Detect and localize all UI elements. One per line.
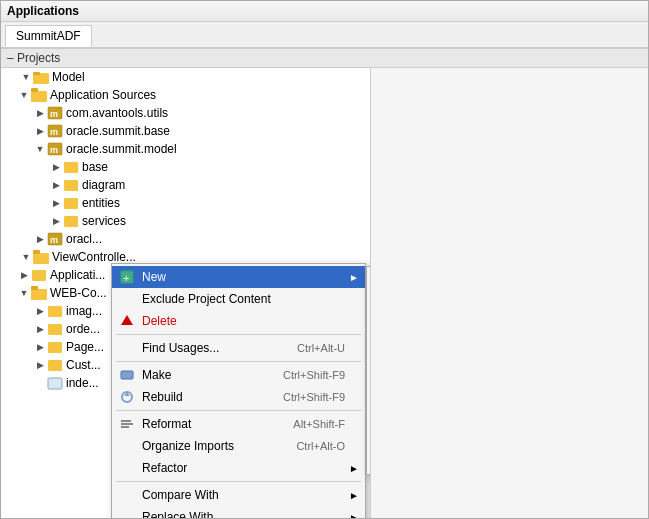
menu-item-replace[interactable]: Replace With ► bbox=[112, 506, 365, 518]
refactor-icon bbox=[118, 460, 136, 476]
svg-rect-51 bbox=[121, 420, 131, 422]
toggle-pages[interactable]: ▶ bbox=[33, 340, 47, 354]
find-icon bbox=[118, 340, 136, 356]
projects-label: – Projects bbox=[7, 51, 60, 65]
menu-item-compare[interactable]: Compare With ► bbox=[112, 484, 365, 506]
tree-item-model[interactable]: ▼ Model bbox=[1, 68, 370, 86]
make-label: Make bbox=[142, 368, 263, 382]
diagram-label: diagram bbox=[82, 178, 125, 192]
menu-item-exclude[interactable]: Exclude Project Content bbox=[112, 288, 365, 310]
toggle-model[interactable]: ▼ bbox=[19, 70, 33, 84]
svg-text:m: m bbox=[50, 109, 58, 119]
diagram-icon bbox=[63, 178, 79, 192]
exclude-label: Exclude Project Content bbox=[142, 292, 345, 306]
compare-label: Compare With bbox=[142, 488, 345, 502]
app-label: Applicati... bbox=[50, 268, 105, 282]
svg-rect-14 bbox=[64, 216, 78, 227]
toggle-custom[interactable]: ▶ bbox=[33, 358, 47, 372]
toggle-view-controller[interactable]: ▼ bbox=[19, 250, 33, 264]
tab-label: SummitADF bbox=[16, 29, 81, 43]
replace-label: Replace With bbox=[142, 510, 345, 518]
menu-item-reformat[interactable]: Reformat Alt+Shift-F bbox=[112, 413, 365, 435]
toggle-order[interactable]: ▶ bbox=[33, 322, 47, 336]
compare-icon bbox=[118, 487, 136, 503]
submenu-sqlj[interactable]: SQL SQLJ Class... bbox=[367, 379, 371, 401]
rebuild-shortcut: Ctrl+Shift-F9 bbox=[283, 391, 345, 403]
toggle-entities[interactable]: ▶ bbox=[49, 196, 63, 210]
compare-submenu-arrow: ► bbox=[349, 490, 359, 501]
rebuild-label: Rebuild bbox=[142, 390, 263, 404]
tree-item-oracle-summit-model[interactable]: ▼ m oracle.summit.model bbox=[1, 140, 370, 158]
toggle-images[interactable]: ▶ bbox=[33, 304, 47, 318]
submenu-gallery[interactable]: G From Gallery... Ctrl-N bbox=[367, 450, 371, 472]
separator-4 bbox=[116, 481, 361, 482]
toggle-oracle-truncated[interactable]: ▶ bbox=[33, 232, 47, 246]
submenu-association[interactable]: A Association... bbox=[367, 291, 371, 313]
submenu-app-module[interactable]: AM Application Module... bbox=[367, 269, 371, 291]
svg-rect-24 bbox=[48, 342, 62, 353]
svg-rect-23 bbox=[48, 324, 62, 335]
svg-marker-47 bbox=[121, 315, 133, 325]
tree-item-diagram[interactable]: ▶ diagram bbox=[1, 176, 370, 194]
menu-item-delete[interactable]: Delete bbox=[112, 310, 365, 332]
toggle-app[interactable]: ▶ bbox=[17, 268, 31, 282]
separator-3 bbox=[116, 410, 361, 411]
menu-item-rebuild[interactable]: Rebuild Ctrl+Shift-F9 bbox=[112, 386, 365, 408]
menu-item-new[interactable]: + New ► AM Application Module... bbox=[112, 266, 365, 288]
svg-rect-22 bbox=[48, 306, 62, 317]
base-icon bbox=[63, 160, 79, 174]
tree-item-app-sources[interactable]: ▼ Application Sources bbox=[1, 86, 370, 104]
toggle-oracle-summit-model[interactable]: ▼ bbox=[33, 142, 47, 156]
submenu-bc-diagram[interactable]: BC Business Components Diagram... bbox=[367, 313, 371, 335]
tree-item-entities[interactable]: ▶ entities bbox=[1, 194, 370, 212]
tree-item-base[interactable]: ▶ base bbox=[1, 158, 370, 176]
index-icon bbox=[47, 376, 63, 390]
toggle-oracle-summit-base[interactable]: ▶ bbox=[33, 124, 47, 138]
tree-item-oracle-summit-base[interactable]: ▶ m oracle.summit.base bbox=[1, 122, 370, 140]
view-controller-label: ViewControlle... bbox=[52, 250, 136, 264]
menu-item-find[interactable]: Find Usages... Ctrl+Alt-U bbox=[112, 337, 365, 359]
svg-rect-19 bbox=[32, 270, 46, 281]
toggle-diagram[interactable]: ▶ bbox=[49, 178, 63, 192]
menu-item-make[interactable]: Make Ctrl+Shift-F9 bbox=[112, 364, 365, 386]
svg-rect-52 bbox=[121, 423, 133, 425]
make-shortcut: Ctrl+Shift-F9 bbox=[283, 369, 345, 381]
menu-item-organize[interactable]: Organize Imports Ctrl+Alt-O bbox=[112, 435, 365, 457]
tree-item-oracle-truncated[interactable]: ▶ m oracl... bbox=[1, 230, 370, 248]
services-icon bbox=[63, 214, 79, 228]
oracle-truncated-label: oracl... bbox=[66, 232, 102, 246]
exclude-icon bbox=[118, 291, 136, 307]
entities-label: entities bbox=[82, 196, 120, 210]
submenu-new: AM Application Module... A Association..… bbox=[366, 266, 371, 475]
toggle-web-content[interactable]: ▼ bbox=[17, 286, 31, 300]
submenu-view-link[interactable]: VL View Link... bbox=[367, 401, 371, 423]
tree-item-com-avantools[interactable]: ▶ m com.avantools.utils bbox=[1, 104, 370, 122]
oracle-truncated-icon: m bbox=[47, 232, 63, 246]
submenu-view-object[interactable]: VO View Object... bbox=[367, 423, 371, 445]
index-label: inde... bbox=[66, 376, 99, 390]
submenu-bc-tables[interactable]: BC Business Components from Tables... bbox=[367, 335, 371, 357]
tree-panel[interactable]: ▼ Model ▼ Application Sources ▶ m bbox=[1, 68, 371, 518]
svg-rect-26 bbox=[48, 378, 62, 389]
organize-shortcut: Ctrl+Alt-O bbox=[296, 440, 345, 452]
projects-section-header: – Projects bbox=[1, 48, 648, 68]
toggle-app-sources[interactable]: ▼ bbox=[17, 88, 31, 102]
applications-header: Applications bbox=[1, 1, 648, 22]
com-avantools-icon: m bbox=[47, 106, 63, 120]
submenu-entity[interactable]: E Entity Object... bbox=[367, 357, 371, 379]
toggle-base[interactable]: ▶ bbox=[49, 160, 63, 174]
tab-bar: SummitADF bbox=[1, 22, 648, 48]
svg-rect-20 bbox=[31, 289, 47, 300]
model-label: Model bbox=[52, 70, 85, 84]
tree-item-services[interactable]: ▶ services bbox=[1, 212, 370, 230]
entities-icon bbox=[63, 196, 79, 210]
toggle-com-avantools[interactable]: ▶ bbox=[33, 106, 47, 120]
svg-rect-11 bbox=[64, 162, 78, 173]
web-content-icon bbox=[31, 286, 47, 300]
menu-item-refactor[interactable]: Refactor ► bbox=[112, 457, 365, 479]
tab-summit-adf[interactable]: SummitADF bbox=[5, 25, 92, 47]
new-label: New bbox=[142, 270, 345, 284]
toggle-services[interactable]: ▶ bbox=[49, 214, 63, 228]
new-submenu-arrow: ► bbox=[349, 272, 359, 283]
order-label: orde... bbox=[66, 322, 100, 336]
